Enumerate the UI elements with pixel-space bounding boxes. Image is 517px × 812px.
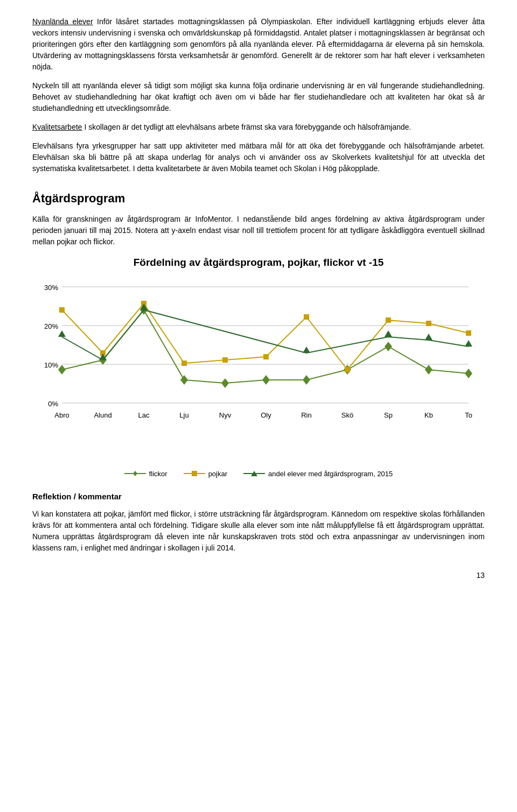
svg-marker-1 [133, 471, 137, 476]
flickor-line [62, 310, 469, 383]
legend-flickor-icon [124, 470, 146, 477]
flickor-point-8 [385, 342, 392, 351]
reflektion-paragraph: Vi kan konstatera att pojkar, jämfört me… [32, 509, 485, 554]
pojkar-point-5 [263, 354, 269, 359]
pojkar-point-6 [304, 314, 309, 320]
y-label-0: 0% [48, 400, 58, 408]
legend-pojkar: pojkar [184, 469, 227, 479]
flickor-point-3 [180, 375, 188, 385]
x-label-kb: Kb [424, 411, 433, 419]
pojkar-line [62, 303, 469, 370]
x-label-lju: Lju [179, 411, 188, 419]
flickor-point-9 [425, 365, 432, 375]
flickor-point-0 [58, 365, 66, 375]
andel-line [62, 310, 469, 360]
andel-point-9 [425, 334, 432, 340]
x-label-alund: Alund [94, 411, 111, 419]
legend-andel: andel elever med åtgärdsprogram, 2015 [243, 469, 393, 479]
pojkar-point-0 [59, 307, 65, 313]
paragraph-2: Nyckeln till att nyanlända elever så tid… [32, 80, 485, 114]
pojkar-point-9 [426, 321, 431, 326]
main-content: Nyanlända elever Inför läsåret startades… [32, 16, 485, 581]
chart-title: Fördelning av åtgärdsprogram, pojkar, fl… [32, 255, 485, 271]
flickor-point-10 [465, 369, 472, 378]
x-label-lac: Lac [138, 411, 150, 419]
y-label-20: 20% [44, 322, 58, 330]
legend-pojkar-label: pojkar [208, 469, 227, 479]
legend-flickor: flickor [124, 469, 167, 479]
reflektion-heading: Reflektion / kommentar [32, 491, 485, 503]
andel-point-8 [385, 330, 392, 337]
legend-pojkar-icon [184, 470, 205, 477]
x-label-sko: Skö [341, 411, 353, 419]
y-label-30: 30% [44, 284, 58, 292]
paragraph-3: Kvalitetsarbete I skollagen är det tydli… [32, 122, 485, 133]
x-label-rin: Rin [301, 411, 312, 419]
flickor-point-5 [262, 375, 270, 385]
andel-point-10 [465, 340, 472, 347]
chart-container: 30% 20% 10% 0% Abro Alund Lac Lju Nyv Ol… [38, 280, 479, 463]
andel-point-0 [58, 330, 66, 337]
svg-rect-3 [192, 471, 197, 476]
flickor-point-6 [303, 375, 310, 385]
paragraph-1-text: Inför läsåret startades mottagningsklass… [32, 17, 485, 71]
x-label-abro: Abro [54, 411, 69, 419]
x-label-sp: Sp [384, 411, 393, 419]
pojkar-point-8 [386, 317, 391, 323]
legend-flickor-label: flickor [149, 469, 167, 479]
pojkar-point-4 [222, 357, 228, 363]
x-label-to: To [465, 411, 472, 419]
section-paragraph: Källa för granskningen av åtgärdsprogram… [32, 214, 485, 248]
x-label-oly: Oly [261, 411, 271, 419]
page-number: 13 [32, 570, 485, 581]
nyanlända-link[interactable]: Nyanlända elever [32, 17, 93, 26]
kvalitetsarbete-link[interactable]: Kvalitetsarbete [32, 123, 82, 131]
chart-legend: flickor pojkar andel elever med åtgärdsp… [32, 469, 485, 479]
pojkar-point-7 [345, 367, 350, 372]
atgardsprogram-heading: Åtgärdsprogram [32, 189, 485, 207]
flickor-point-4 [221, 378, 229, 388]
chart-svg: 30% 20% 10% 0% Abro Alund Lac Lju Nyv Ol… [38, 280, 479, 447]
pojkar-point-3 [181, 361, 187, 366]
paragraph-4: Elevhälsans fyra yrkesgrupper har satt u… [32, 140, 485, 174]
legend-andel-label: andel elever med åtgärdsprogram, 2015 [268, 469, 393, 479]
paragraph-1: Nyanlända elever Inför läsåret startades… [32, 16, 485, 73]
x-label-nyv: Nyv [219, 411, 232, 419]
paragraph-3-text: I skollagen är det tydligt att elevhälsa… [85, 123, 411, 131]
y-label-10: 10% [44, 361, 58, 369]
pojkar-point-10 [466, 330, 471, 336]
andel-point-6 [303, 347, 310, 353]
legend-andel-icon [243, 470, 265, 477]
